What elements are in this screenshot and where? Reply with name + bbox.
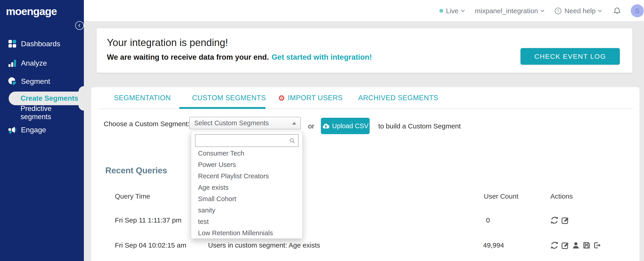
svg-text:?: ?: [557, 9, 559, 13]
sidebar-item-analyze[interactable]: Analyze: [0, 58, 84, 68]
sidebar-item-label: Engage: [21, 126, 46, 134]
sidebar-item-label: Predictive segments: [20, 105, 84, 121]
recent-queries-title: Recent Queries: [105, 166, 167, 175]
refresh-icon[interactable]: [550, 241, 559, 250]
active-tab-underline: [179, 107, 266, 109]
edit-icon[interactable]: [561, 241, 570, 250]
sidebar: moengage Dashboards Analyze Segment Crea…: [0, 0, 84, 261]
column-header-user-count: User Count: [484, 193, 518, 200]
segments-panel: [91, 87, 640, 261]
need-help-menu[interactable]: Need help: [564, 7, 596, 15]
get-started-link[interactable]: Get started with integration!: [272, 53, 372, 61]
tab-label: ARCHIVED SEGMENTS: [358, 94, 438, 102]
select-value: Select Custom Segments: [194, 119, 292, 127]
dropdown-option[interactable]: Consumer Tech: [191, 148, 302, 159]
banner-message-text: We are waiting to receive data from your…: [107, 53, 269, 61]
tab-segmentation[interactable]: SEGMENTATION: [114, 93, 171, 103]
red-target-icon: [278, 95, 285, 101]
chevron-down-icon[interactable]: [460, 8, 465, 13]
sidebar-item-segment[interactable]: Segment: [0, 76, 84, 87]
edit-icon[interactable]: [561, 216, 570, 225]
export-icon[interactable]: [593, 241, 602, 250]
dropdown-options-list: Consumer Tech Power Users Recent Playlis…: [191, 148, 302, 239]
check-event-log-button[interactable]: CHECK EVENT LOG: [520, 48, 620, 65]
avatar-initial: S: [635, 7, 640, 15]
build-segment-text: to build a Custom Segment: [378, 122, 461, 130]
top-bar: Live mixpanel_integration ? Need help S: [0, 0, 644, 22]
sidebar-item-engage[interactable]: Engage: [0, 124, 84, 135]
dropdown-option[interactable]: test: [191, 216, 302, 227]
dropdown-option[interactable]: Small Cohort: [191, 193, 302, 205]
choose-custom-segment-label: Choose a Custom Segment:: [104, 120, 190, 128]
user-icon[interactable]: [572, 241, 580, 250]
sidebar-item-label: Dashboards: [21, 40, 60, 48]
tab-archived-segments[interactable]: ARCHIVED SEGMENTS: [358, 93, 438, 103]
chevron-left-icon: [77, 23, 82, 28]
sidebar-item-create-segments[interactable]: Create Segments: [9, 92, 84, 105]
query-cell: Users in custom segment: Age exists: [208, 242, 320, 249]
chevron-up-icon: [292, 122, 296, 125]
sidebar-item-label: Segment: [21, 77, 50, 86]
dropdown-option[interactable]: Age exists: [191, 182, 302, 193]
notifications-bell-icon[interactable]: [613, 7, 621, 15]
tab-custom-segments[interactable]: CUSTOM SEGMENTS: [192, 93, 266, 103]
sidebar-item-label: Create Segments: [20, 94, 78, 102]
sidebar-item-label: Analyze: [21, 59, 47, 67]
tab-label: IMPORT USERS: [288, 94, 343, 102]
user-avatar[interactable]: S: [631, 4, 644, 17]
dropdown-option[interactable]: Low Retention Millennials: [191, 227, 302, 239]
banner-title: Your integration is pending!: [107, 37, 228, 48]
sidebar-item-dashboards[interactable]: Dashboards: [0, 38, 84, 49]
engage-megaphone-icon: [8, 126, 16, 134]
banner-message: We are waiting to receive data from your…: [107, 53, 372, 61]
project-selector[interactable]: mixpanel_integration: [475, 7, 538, 15]
dropdown-search: [195, 134, 298, 147]
refresh-icon[interactable]: [550, 216, 559, 225]
question-circle-icon: ?: [554, 7, 562, 14]
dropdown-option[interactable]: sanity: [191, 205, 302, 216]
column-header-actions: Actions: [550, 193, 573, 200]
tab-label: SEGMENTATION: [114, 94, 171, 102]
environment-selector[interactable]: Live: [446, 7, 458, 15]
tabs-divider: [98, 109, 634, 109]
chevron-down-icon[interactable]: [598, 8, 602, 13]
segment-pie-icon: [8, 77, 16, 85]
analyze-bars-icon: [8, 59, 16, 67]
pill-notch: [78, 86, 84, 92]
or-text: or: [308, 122, 314, 130]
user-count-cell: 49,994: [483, 242, 504, 249]
save-icon[interactable]: [582, 241, 591, 250]
query-time-cell: Fri Sep 11 1:11:37 pm: [115, 216, 182, 224]
column-header-query-time: Query Time: [115, 193, 150, 200]
tab-import-users[interactable]: IMPORT USERS: [278, 93, 343, 103]
search-icon: [289, 138, 295, 144]
live-status-dot: [439, 9, 443, 13]
upload-csv-button[interactable]: Upload CSV: [321, 118, 370, 134]
user-count-cell: 0: [486, 216, 490, 224]
query-time-cell: Fri Sep 04 10:02:15 am: [115, 242, 186, 249]
tab-label: CUSTOM SEGMENTS: [192, 94, 266, 102]
custom-segment-select[interactable]: Select Custom Segments: [189, 117, 301, 129]
chevron-down-icon[interactable]: [540, 8, 545, 13]
upload-csv-label: Upload CSV: [332, 122, 368, 130]
moengage-logo: moengage: [6, 5, 57, 17]
dropdown-option[interactable]: Recent Playlist Creators: [191, 170, 302, 182]
search-input[interactable]: [196, 135, 298, 146]
custom-segments-dropdown: Consumer Tech Power Users Recent Playlis…: [191, 131, 303, 239]
dropdown-option[interactable]: Power Users: [191, 159, 302, 170]
integration-pending-banner: Your integration is pending! We are wait…: [96, 28, 632, 73]
dashboards-grid-icon: [8, 40, 16, 48]
sidebar-collapse-button[interactable]: [75, 21, 84, 30]
cloud-upload-icon: [322, 123, 330, 129]
sidebar-item-predictive-segments[interactable]: Predictive segments: [0, 107, 84, 119]
